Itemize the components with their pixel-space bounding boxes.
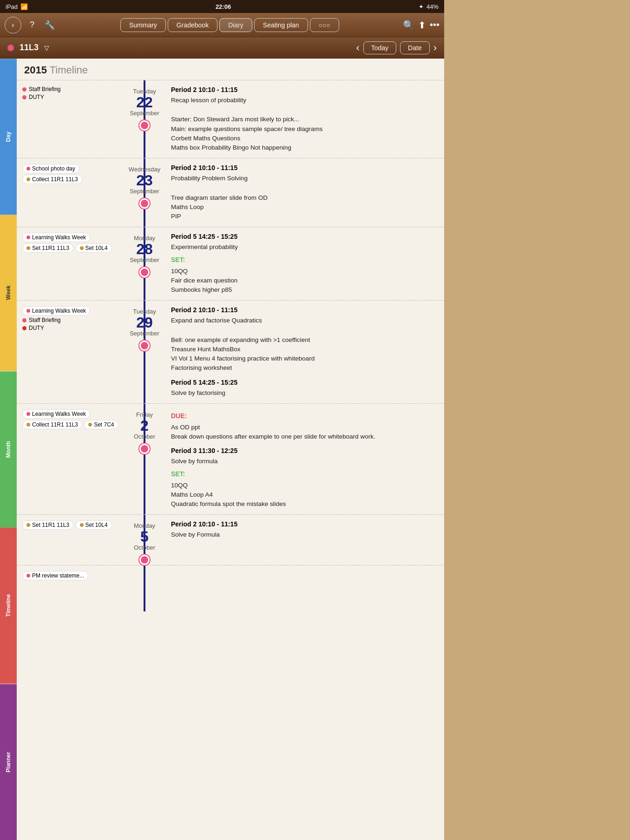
ipad-label: iPad bbox=[6, 3, 18, 10]
event-set-11r1-28: Set 11R1 11L3 bbox=[22, 243, 73, 253]
timeline-dot-oct5 bbox=[139, 555, 150, 565]
share-button[interactable]: ⬆ bbox=[418, 20, 426, 31]
nav-arrows: ‹ Today Date › bbox=[356, 41, 437, 54]
event-lw-29: Learning Walks Week bbox=[22, 306, 90, 315]
prev-arrow[interactable]: ‹ bbox=[356, 42, 359, 54]
today-button[interactable]: Today bbox=[363, 41, 396, 54]
wifi-icon: 📶 bbox=[20, 3, 28, 10]
right-panel-pm bbox=[165, 565, 444, 611]
detail-sep29-3: VI Vol 1 Menu 4 factorising practice wit… bbox=[171, 354, 439, 363]
tab-gradebook[interactable]: Gradebook bbox=[168, 18, 217, 32]
event-staff-29: Staff Briefing bbox=[22, 317, 120, 323]
event-duty-29: DUTY bbox=[22, 325, 120, 331]
nav-bar: ‹ ? 🔧 Summary Gradebook Diary Seating pl… bbox=[0, 13, 444, 37]
set-11r1-28-label: Set 11R1 11L3 bbox=[32, 245, 69, 251]
right-panel-sep28: Period 5 14:25 - 15:25 Experimental prob… bbox=[165, 227, 444, 300]
event-set-10l4-28: Set 10L4 bbox=[76, 243, 112, 253]
date-sep29: Tuesday 29 September bbox=[130, 308, 159, 337]
period-title-sep23-1: Period 2 10:10 - 11:15 bbox=[171, 163, 439, 173]
left-panel-pm: PM review stateme... bbox=[17, 565, 124, 611]
dot-collect bbox=[26, 177, 30, 181]
sidebar-item-timeline[interactable]: Timeline bbox=[0, 527, 17, 683]
status-bar: iPad 📶 22:06 ✦ 44% bbox=[0, 0, 444, 13]
period-subtitle-sep29-1: Expand and factorise Quadratics bbox=[171, 316, 439, 325]
month-sep28: September bbox=[130, 256, 159, 263]
event-pm-review: PM review stateme... bbox=[22, 571, 88, 580]
tab-more[interactable]: ○○○ bbox=[310, 18, 339, 32]
timeline-dot-sep28 bbox=[139, 267, 150, 277]
tab-summary[interactable]: Summary bbox=[120, 18, 166, 32]
more-options-button[interactable]: ••• bbox=[430, 20, 440, 30]
left-panel-oct2: Learning Walks Week Collect 11R1 11L3 Se… bbox=[17, 404, 124, 515]
next-arrow[interactable]: › bbox=[433, 42, 437, 54]
dot-set-11r1-28 bbox=[26, 246, 30, 250]
date-button[interactable]: Date bbox=[400, 41, 430, 54]
class-filter[interactable]: ▽ bbox=[44, 44, 49, 52]
event-collect-oct2: Collect 11R1 11L3 bbox=[22, 420, 82, 429]
set-7c4-label: Set 7C4 bbox=[94, 421, 114, 428]
center-col-sep22: Tuesday 22 September bbox=[124, 80, 165, 158]
tab-diary[interactable]: Diary bbox=[219, 18, 252, 32]
dot-set-11r1-oct5 bbox=[26, 523, 30, 527]
sidebar-item-planner[interactable]: Planner bbox=[0, 684, 17, 840]
set-label-oct2: SET: bbox=[171, 469, 439, 479]
detail-sep29-2: Treasure Hunt MathsBox bbox=[171, 345, 439, 354]
class-dot bbox=[7, 45, 14, 51]
period-subtitle-oct2-1: Solve by formula bbox=[171, 457, 439, 466]
detail-sep23-3: PIP bbox=[171, 212, 439, 221]
lw-29-label: Learning Walks Week bbox=[32, 308, 86, 314]
side-tabs: Day Week Month Timeline Planner bbox=[0, 59, 17, 840]
set-11r1-oct5-label: Set 11R1 11L3 bbox=[32, 522, 69, 528]
detail-sep23-1: Tree diagram starter slide from OD bbox=[171, 193, 439, 203]
duty-label: DUTY bbox=[29, 94, 44, 100]
set-10l4-28-label: Set 10L4 bbox=[85, 245, 108, 251]
right-panel-sep29: Period 2 10:10 - 11:15 Expand and factor… bbox=[165, 301, 444, 403]
month-oct5: October bbox=[134, 544, 155, 551]
right-panel-sep22: Period 2 10:10 - 11:15 Recap lesson of p… bbox=[165, 80, 444, 158]
day-num-oct2: 2 bbox=[134, 418, 155, 433]
class-bar: 11L3 ▽ ‹ Today Date › bbox=[0, 37, 444, 59]
month-oct2: October bbox=[134, 433, 155, 440]
day-section-sep29: Learning Walks Week Staff Briefing DUTY … bbox=[17, 300, 444, 403]
sidebar-item-month[interactable]: Month bbox=[0, 371, 17, 527]
month-sep23: September bbox=[129, 188, 160, 195]
help-button[interactable]: ? bbox=[25, 18, 39, 32]
due-label-oct2: DUE: bbox=[171, 411, 439, 421]
date-sep22: Tuesday 22 September bbox=[130, 88, 159, 117]
set-detail-sep28-3: Sumbooks higher p85 bbox=[171, 285, 439, 295]
sidebar-item-day[interactable]: Day bbox=[0, 59, 17, 215]
search-button[interactable]: 🔍 bbox=[403, 20, 414, 31]
right-panel-oct5: Period 2 10:10 - 11:15 Solve by Formula bbox=[165, 515, 444, 565]
dot-lw-29 bbox=[26, 309, 30, 313]
staff-29-label: Staff Briefing bbox=[29, 317, 60, 323]
center-col-oct5: Monday 5 October bbox=[124, 515, 165, 565]
set-detail-sep28-1: 10QQ bbox=[171, 267, 439, 276]
tab-seating-plan[interactable]: Seating plan bbox=[254, 18, 308, 32]
due-detail-oct2-2: Break down questions after example to on… bbox=[171, 432, 439, 441]
set-detail-sep28-2: Fair dice exam question bbox=[171, 276, 439, 285]
dot-school-photo bbox=[26, 167, 30, 171]
sidebar-item-week[interactable]: Week bbox=[0, 215, 17, 371]
timeline-dot-sep22 bbox=[139, 120, 150, 131]
detail-sep29-4: Factorising worksheet bbox=[171, 363, 439, 373]
day-num-sep22: 22 bbox=[130, 95, 159, 110]
settings-button[interactable]: 🔧 bbox=[43, 18, 57, 32]
left-panel-sep23: School photo day Collect 11R1 11L3 bbox=[17, 158, 124, 227]
event-set-11r1-oct5: Set 11R1 11L3 bbox=[22, 520, 73, 530]
dot-staff-briefing bbox=[22, 87, 26, 92]
left-panel-sep28: Learning Walks Week Set 11R1 11L3 Set 10… bbox=[17, 227, 124, 300]
year-title: 2015 Timeline bbox=[17, 59, 444, 80]
period-title-sep28-1: Period 5 14:25 - 15:25 bbox=[171, 232, 439, 242]
timeline-dot-oct2 bbox=[139, 444, 150, 454]
back-button[interactable]: ‹ bbox=[5, 17, 21, 33]
date-oct5: Monday 5 October bbox=[134, 522, 155, 551]
dot-duty bbox=[22, 95, 26, 99]
set-label-sep28: SET: bbox=[171, 255, 439, 265]
day-section-sep23: School photo day Collect 11R1 11L3 Wedne… bbox=[17, 158, 444, 227]
set-detail-oct2-3: Quadratic formula spot the mistake slide… bbox=[171, 499, 439, 509]
dot-pm-review bbox=[26, 574, 30, 578]
detail-sep29-1: Bell: one example of expanding with >1 c… bbox=[171, 335, 439, 345]
date-oct2: Friday 2 October bbox=[134, 411, 155, 440]
period-title-sep29-1: Period 2 10:10 - 11:15 bbox=[171, 305, 439, 315]
period-subtitle-sep23-1: Probability Problem Solving bbox=[171, 174, 439, 183]
